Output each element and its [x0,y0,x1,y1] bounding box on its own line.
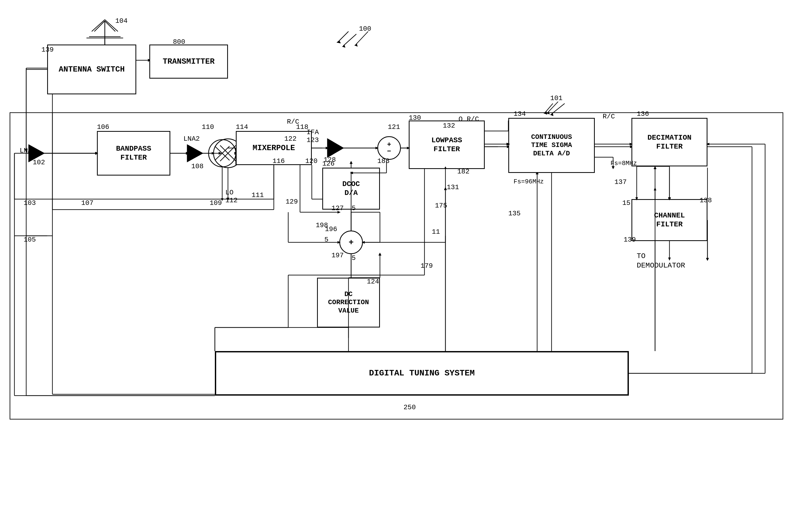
fs-96mhz: Fs=96MHz [514,178,544,185]
ref-114: 114 [236,123,248,131]
transmitter-block: TRANSMITTER [149,45,228,79]
ref-179: 179 [420,262,433,270]
ref-127: 127 [331,204,344,212]
svg-marker-20 [219,152,222,154]
svg-marker-172 [550,113,553,116]
ref-116: 116 [272,157,285,165]
ref-138: 138 [700,197,712,204]
ref-122: 122 [284,135,297,143]
ref-101: 101 [550,94,562,102]
ref-102: 102 [33,158,45,166]
svg-marker-106 [212,152,215,154]
svg-line-109 [215,146,230,160]
ref-136: 136 [637,110,649,118]
ref-128: 128 [324,156,336,164]
svg-marker-170 [354,44,358,47]
antenna-switch-block: ANTENNA SWITCH [47,45,136,94]
ref-129: 129 [286,198,298,206]
digital-tuning-block: DIGITAL TUNING SYSTEM [215,351,629,396]
ref-198: 198 [316,221,328,229]
svg-line-91 [92,20,105,31]
ref-132: 132 [443,122,455,130]
ref-110: 110 [202,123,214,131]
ref-124: 124 [367,278,379,286]
ref-106: 106 [97,123,109,131]
svg-line-54 [338,31,348,42]
ct-sigma-delta-block: CONTINUOUSTIME SIGMADELTA A/D [508,118,595,173]
svg-marker-53 [654,166,656,169]
svg-line-169 [356,31,368,45]
svg-marker-74 [379,253,381,255]
ref-104: 104 [115,17,127,25]
ifa-label: IFA123 [307,128,319,144]
dcoc-da-block: DCOCD/A [322,168,380,210]
channel-filter-block: CHANNELFILTER [632,199,707,241]
svg-marker-154 [654,187,656,191]
svg-marker-87 [342,45,345,48]
ref-121: 121 [388,123,400,131]
svg-line-23 [220,145,236,161]
ref-lo-112: LO112 [225,189,238,204]
ref-5c: 5 [324,236,328,243]
svg-marker-57 [544,111,547,114]
sum-node-2: + [339,231,363,254]
fs-8mhz: Fs=8MHz [610,160,637,167]
svg-marker-41 [350,161,352,164]
ref-134: 134 [514,110,526,118]
svg-line-22 [220,145,236,161]
svg-marker-104 [187,145,203,162]
ref-108: 108 [191,163,204,170]
ref-137: 137 [614,178,627,186]
ref-183: 183 [377,157,389,165]
block-diagram: ANTENNA SWITCH 139 TRANSMITTER 800 LNA1 … [0,0,812,519]
svg-marker-89 [546,112,550,114]
sum-node-1: +− [377,136,401,160]
decimation-filter-block: DECIMATIONFILTER [632,118,707,166]
ref-5b: 5 [352,254,356,262]
rc-label-2: R/C [603,113,615,120]
ref-109: 109 [210,199,222,207]
svg-marker-55 [337,40,341,43]
ref-113: 139 [41,46,54,54]
ref-800: 800 [173,38,185,46]
ref-175: 175 [435,202,447,210]
svg-line-171 [552,104,564,114]
lna1-label: LNA1 [20,147,36,154]
to-demodulator-label: TODEMODULATOR [637,252,685,271]
ref-105: 105 [24,236,36,243]
svg-marker-116 [326,147,329,149]
ref-100: 100 [359,25,371,33]
svg-marker-39 [706,258,709,261]
ref-197: 197 [331,252,344,259]
ref-182: 182 [457,168,469,176]
ref-131: 131 [447,183,459,191]
svg-line-108 [215,146,230,160]
lna2-label: LNA2 [183,135,200,143]
svg-marker-18 [186,152,188,154]
ref-120: 120 [305,157,318,165]
svg-line-2 [105,21,115,31]
ref-139: 139 [624,236,636,243]
ref-15: 15 [622,199,631,207]
svg-marker-11 [187,145,202,161]
svg-line-86 [343,34,356,46]
svg-marker-49 [444,187,447,190]
ref-11: 11 [432,228,440,236]
ref-5a: 5 [352,204,356,212]
ref-103: 103 [24,199,36,207]
bandpass-filter-block: BANDPASSFILTER [97,131,170,176]
svg-point-107 [209,140,236,167]
ref-111: 111 [252,191,264,199]
ref-250: 250 [404,403,416,411]
ref-107: 107 [81,199,93,207]
ref-118: 118 [296,123,309,131]
ref-130: 130 [409,114,421,122]
ref-135: 135 [508,210,521,218]
svg-line-1 [94,21,105,31]
svg-line-56 [545,104,553,113]
svg-marker-30 [327,139,343,157]
svg-line-88 [548,102,558,113]
